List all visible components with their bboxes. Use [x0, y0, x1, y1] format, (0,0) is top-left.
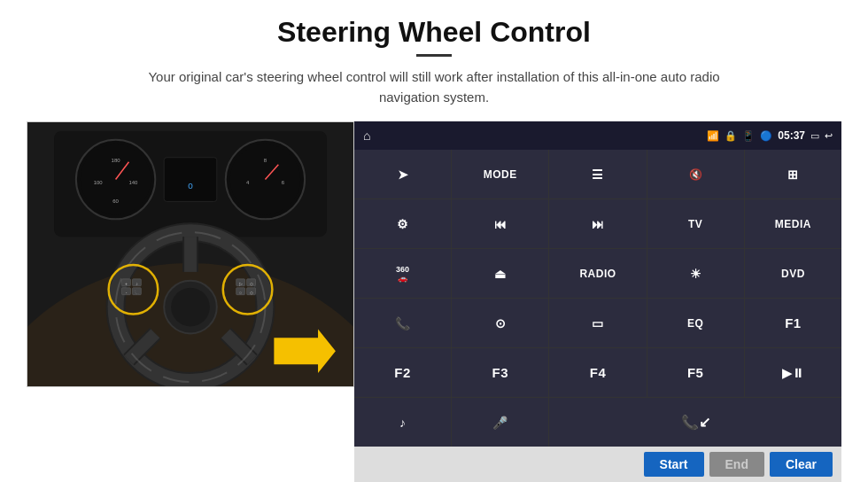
button-grid: ➤ MODE ☰ 🔇 ⊞ ⚙ ⏮ ⏭ TV MEDIA 360 🚗 ⏏ RADI… — [354, 150, 841, 447]
title-divider — [416, 54, 452, 57]
list-btn[interactable]: ☰ — [549, 150, 646, 198]
svg-point-27 — [171, 288, 210, 327]
f3-btn[interactable]: F3 — [452, 348, 548, 397]
status-left: ⌂ — [363, 128, 370, 143]
status-bar: ⌂ 📶 🔒 📱 🔵 05:37 ▭ ↩ — [354, 121, 841, 150]
page-title: Steering Wheel Control — [277, 16, 591, 49]
home-icon[interactable]: ⌂ — [363, 128, 370, 143]
f5-btn[interactable]: F5 — [647, 348, 744, 397]
mute-btn[interactable]: 🔇 — [647, 150, 744, 198]
svg-text:◇: ◇ — [250, 282, 253, 286]
eq-btn[interactable]: EQ — [647, 299, 744, 347]
svg-text:180: 180 — [112, 158, 121, 163]
call-btn[interactable]: 📞↙ — [549, 398, 841, 447]
svg-text:▷: ▷ — [239, 282, 243, 286]
svg-text:○: ○ — [239, 291, 242, 295]
status-right: 📶 🔒 📱 🔵 05:37 ▭ ↩ — [707, 129, 833, 142]
sim-icon: 📱 — [742, 130, 755, 142]
cam360-btn[interactable]: 360 🚗 — [354, 249, 451, 298]
apps-btn[interactable]: ⊞ — [745, 150, 841, 198]
page-subtitle: Your original car's steering wheel contr… — [133, 67, 735, 107]
svg-text:♪: ♪ — [136, 282, 137, 286]
brightness-btn[interactable]: ☀ — [647, 249, 744, 298]
phone-btn[interactable]: 📞 — [354, 299, 451, 347]
car-image: 180 100 140 60 8 4 6 0 — [27, 121, 354, 387]
svg-text:📞: 📞 — [134, 290, 140, 296]
content-row: 180 100 140 60 8 4 6 0 — [27, 121, 841, 482]
prev-btn[interactable]: ⏮ — [452, 199, 548, 248]
svg-text:60: 60 — [112, 198, 119, 204]
dvd-btn[interactable]: DVD — [745, 249, 841, 298]
eject-btn[interactable]: ⏏ — [452, 249, 548, 298]
media-btn[interactable]: MEDIA — [745, 199, 841, 248]
music-btn[interactable]: ♪ — [354, 398, 451, 447]
svg-text:◇: ◇ — [250, 291, 253, 295]
start-button[interactable]: Start — [644, 452, 704, 477]
settings-btn[interactable]: ⚙ — [354, 199, 451, 248]
action-bar: Start End Clear — [354, 447, 841, 482]
nav-btn[interactable]: ➤ — [354, 150, 451, 198]
bluetooth-icon: 🔵 — [760, 130, 772, 142]
back-icon[interactable]: ↩ — [825, 130, 833, 142]
nav2-btn[interactable]: ⊙ — [452, 299, 548, 347]
svg-text:0: 0 — [188, 181, 193, 190]
time-display: 05:37 — [778, 129, 805, 142]
svg-text:140: 140 — [128, 180, 138, 185]
f1-btn[interactable]: F1 — [745, 299, 841, 347]
playpause-btn[interactable]: ▶⏸ — [745, 348, 841, 397]
svg-text:100: 100 — [94, 180, 104, 185]
wifi-icon: 📶 — [707, 130, 719, 142]
clear-button[interactable]: Clear — [770, 452, 833, 477]
screen-btn[interactable]: ▭ — [549, 299, 646, 347]
end-button[interactable]: End — [709, 452, 764, 477]
f2-btn[interactable]: F2 — [354, 348, 451, 397]
display-icon: ▭ — [810, 130, 819, 142]
f4-btn[interactable]: F4 — [549, 348, 646, 397]
radio-btn[interactable]: RADIO — [549, 249, 646, 298]
mic-btn[interactable]: 🎤 — [452, 398, 548, 447]
lock-icon: 🔒 — [725, 130, 737, 142]
svg-text:+: + — [125, 282, 128, 286]
mode-btn[interactable]: MODE — [452, 150, 548, 198]
control-panel: ⌂ 📶 🔒 📱 🔵 05:37 ▭ ↩ ➤ MODE ☰ 🔇 — [354, 121, 841, 482]
page: Steering Wheel Control Your original car… — [0, 0, 868, 482]
tv-btn[interactable]: TV — [647, 199, 744, 248]
next-btn[interactable]: ⏭ — [549, 199, 646, 248]
